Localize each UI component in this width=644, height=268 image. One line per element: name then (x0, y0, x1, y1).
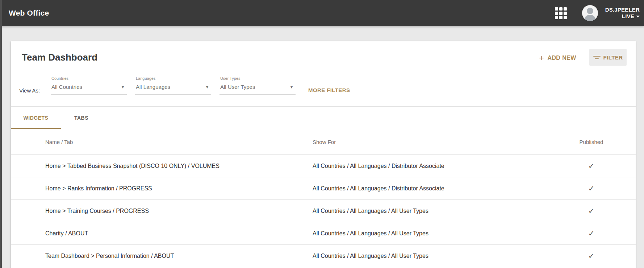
table-row[interactable]: Home > Training Courses / PROGRESS All C… (11, 200, 636, 222)
published-check-icon: ✓ (588, 184, 595, 193)
tab-bar: WIDGETS TABS (11, 107, 636, 129)
row-name-tab: Home > Tabbed Business Snapshot (DISCO 1… (11, 163, 313, 169)
window-edge (0, 0, 2, 268)
row-show-for: All Countries / All Languages / Distribu… (313, 163, 547, 169)
published-check-icon: ✓ (588, 207, 595, 215)
user-environment: LIVE (622, 13, 634, 19)
dropdown-selected-value: All Languages (136, 84, 211, 90)
app-title: Web Office (9, 0, 49, 26)
chevron-down-icon: ▾ (122, 84, 124, 90)
tab-tabs[interactable]: TABS (61, 107, 102, 129)
chevron-down-icon: ▾ (206, 84, 208, 90)
chevron-down-icon: ▾ (290, 84, 293, 90)
user-name: DS.JPEELER (605, 7, 640, 13)
plus-icon: + (539, 54, 544, 62)
table-row[interactable]: Charity / ABOUT All Countries / All Lang… (11, 222, 636, 245)
row-show-for: All Countries / All Languages / All User… (313, 208, 547, 214)
filter-dropdown[interactable]: Languages All Languages ▾ (135, 76, 211, 95)
column-header-name-tab: Name / Tab (11, 139, 313, 145)
page-title: Team Dashboard (22, 52, 97, 63)
view-as-label: View As: (19, 87, 40, 94)
avatar-person-icon (587, 8, 593, 14)
row-show-for: All Countries / All Languages / Distribu… (313, 185, 547, 192)
user-menu[interactable]: DS.JPEELER LIVE (605, 7, 640, 20)
avatar[interactable] (582, 5, 598, 21)
dropdown-label: Countries (51, 76, 127, 81)
filter-button[interactable]: FILTER (589, 49, 627, 66)
table-row[interactable]: Home > Ranks Information / PROGRESS All … (11, 177, 636, 200)
row-name-tab: Home > Ranks Information / PROGRESS (11, 185, 313, 192)
dropdown-label: User Types (220, 76, 296, 81)
filter-label: FILTER (603, 54, 623, 61)
table-row[interactable]: Team Dashboard > Personal Information / … (11, 245, 636, 267)
add-new-button[interactable]: + ADD NEW (539, 51, 576, 65)
dropdown-selected-value: All User Types (220, 84, 296, 90)
dropdown-label: Languages (136, 76, 211, 81)
column-header-published: Published (547, 139, 636, 145)
row-show-for: All Countries / All Languages / All User… (313, 230, 547, 237)
published-check-icon: ✓ (588, 252, 595, 260)
more-filters-button[interactable]: MORE FILTERS (308, 87, 350, 93)
published-check-icon: ✓ (588, 162, 595, 170)
row-name-tab: Team Dashboard > Personal Information / … (11, 253, 313, 259)
tab-widgets[interactable]: WIDGETS (11, 107, 61, 129)
widgets-table: Name / Tab Show For Published Home > Tab… (11, 129, 636, 267)
filter-dropdowns: Countries All Countries ▾ Languages All … (51, 76, 304, 95)
column-header-show-for: Show For (313, 139, 547, 145)
apps-grid-icon[interactable] (555, 7, 567, 19)
app-header: Web Office DS.JPEELER LIVE (0, 0, 644, 26)
filter-dropdown[interactable]: Countries All Countries ▾ (51, 76, 127, 95)
table-body: Home > Tabbed Business Snapshot (DISCO 1… (11, 155, 636, 267)
caret-down-icon (636, 16, 640, 17)
filter-icon (593, 56, 601, 59)
row-name-tab: Home > Training Courses / PROGRESS (11, 208, 313, 214)
table-header-row: Name / Tab Show For Published (11, 129, 636, 155)
add-new-label: ADD NEW (547, 55, 576, 61)
row-show-for: All Countries / All Languages / All User… (313, 253, 547, 259)
dropdown-selected-value: All Countries (51, 84, 127, 90)
published-check-icon: ✓ (588, 229, 595, 238)
filter-dropdown[interactable]: User Types All User Types ▾ (219, 76, 296, 95)
table-row[interactable]: Home > Tabbed Business Snapshot (DISCO 1… (11, 155, 636, 177)
row-name-tab: Charity / ABOUT (11, 230, 313, 237)
team-dashboard-card: Team Dashboard + ADD NEW FILTER View As:… (11, 41, 636, 268)
